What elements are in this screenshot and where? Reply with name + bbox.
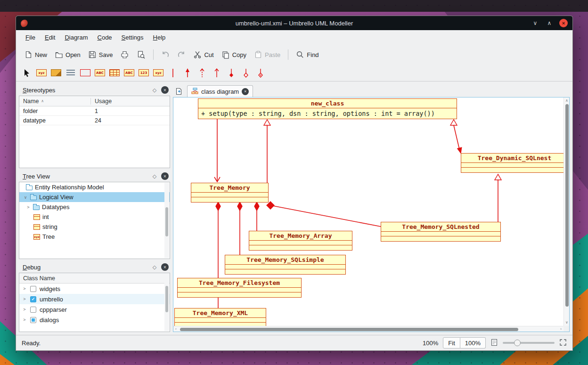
uml-class-tree-memory-sqlnested[interactable]: Tree_Memory_SQLnested — [381, 222, 501, 242]
fit-page-icon[interactable] — [490, 339, 498, 348]
enum-tool[interactable]: 123 — [139, 67, 149, 79]
debug-header: Class Name — [19, 273, 170, 284]
tree-item-datatypes[interactable]: > Datatypes — [19, 202, 170, 212]
entity-tool[interactable]: xyz — [153, 67, 163, 79]
zoom-slider-knob[interactable] — [514, 340, 521, 346]
checkbox-checked[interactable]: ✓ — [30, 296, 36, 302]
text-tool[interactable]: ABC — [95, 67, 105, 79]
dock-close-button[interactable]: × — [161, 172, 169, 180]
tab-class-diagram[interactable]: class diagram × — [187, 85, 253, 97]
scrollbar-thumb[interactable] — [165, 207, 168, 236]
uml-class-tree-memory-sqlsimple[interactable]: Tree_Memory_SQLsimple — [225, 255, 346, 275]
print-button[interactable] — [117, 48, 132, 61]
zoom-slider[interactable] — [503, 342, 555, 344]
aggregation-tool[interactable] — [241, 67, 251, 79]
tree-item-tree[interactable]: xyz Tree — [19, 232, 170, 242]
cut-button[interactable]: Cut — [190, 48, 217, 61]
dependency-tool[interactable] — [197, 67, 207, 79]
fullscreen-icon[interactable] — [559, 339, 567, 348]
collapse-icon[interactable]: ∨ — [23, 195, 28, 200]
checkbox-unchecked[interactable] — [30, 286, 36, 292]
shade-button[interactable]: ∨ — [531, 19, 539, 27]
expand-icon[interactable]: > — [22, 317, 27, 322]
uml-class-tree-memory-xml[interactable]: Tree_Memory_XML — [174, 308, 266, 326]
debug-item-cppparser[interactable]: > cppparser — [19, 304, 170, 315]
tree-item-logical-view[interactable]: ∨ Logical View — [19, 192, 170, 202]
expand-icon[interactable]: > — [22, 297, 27, 301]
menu-diagram[interactable]: Diagram — [60, 32, 92, 43]
scroll-up-icon[interactable]: ∧ — [565, 99, 568, 103]
tree-item-entity-relationship-model[interactable]: Entity Relationship Model — [19, 182, 170, 192]
new-tab-button[interactable] — [173, 86, 184, 97]
debug-scrollbar[interactable] — [164, 274, 169, 331]
note-tool[interactable] — [65, 67, 76, 79]
uml-class-tree-memory-array[interactable]: Tree_Memory_Array — [249, 231, 352, 251]
copy-icon — [221, 50, 230, 59]
menu-settings[interactable]: Settings — [117, 32, 148, 43]
copy-button[interactable]: Copy — [218, 48, 250, 61]
dock-float-button[interactable]: ◇ — [151, 263, 158, 271]
scroll-right-icon[interactable]: › — [560, 327, 562, 331]
canvas-horizontal-scrollbar[interactable]: ‹ › — [173, 326, 564, 332]
scrollbar-thumb[interactable] — [565, 104, 569, 307]
tab-close-icon[interactable]: × — [242, 88, 249, 95]
debug-item-umbrello[interactable]: > ✓ umbrello — [19, 294, 170, 304]
association-tool[interactable] — [182, 67, 193, 79]
debug-item-dialogs[interactable]: > dialogs — [19, 315, 170, 325]
uml-class-tree-memory-filesystem[interactable]: Tree_Memory_Filesystem — [177, 278, 302, 298]
tree-item-int[interactable]: int — [19, 212, 170, 222]
canvas-vertical-scrollbar[interactable]: ∧ ∨ — [564, 97, 569, 326]
print-preview-button[interactable] — [133, 48, 149, 61]
redo-button[interactable] — [174, 48, 189, 61]
checkbox-partial[interactable] — [30, 317, 36, 323]
find-button[interactable]: Find — [293, 48, 322, 61]
scroll-left-icon[interactable]: ‹ — [175, 327, 177, 331]
save-button[interactable]: Save — [85, 48, 116, 61]
maximize-button[interactable]: ∧ — [545, 19, 554, 27]
uml-class-tree-memory[interactable]: Tree_Memory — [191, 183, 269, 203]
save-icon — [88, 50, 97, 59]
dock-float-button[interactable]: ◇ — [151, 86, 158, 94]
uml-class-tree-dynamic-sqlnested[interactable]: Tree_Dynamic_SQLnest — [461, 153, 564, 173]
composition-tool[interactable] — [226, 67, 237, 79]
open-button[interactable]: Open — [51, 48, 84, 61]
uml-class-new_class[interactable]: new_class + setup(type : string, dsn : s… — [198, 98, 457, 119]
tree-item-string[interactable]: string — [19, 222, 170, 232]
zoom-100-button[interactable]: 100% — [460, 337, 486, 349]
tree-scrollbar[interactable] — [164, 183, 169, 258]
dock-close-button[interactable]: × — [161, 263, 169, 271]
expand-icon[interactable]: > — [22, 307, 27, 312]
menu-code[interactable]: Code — [93, 32, 117, 43]
undo-button[interactable] — [158, 48, 173, 61]
menu-help[interactable]: Help — [148, 32, 171, 43]
table-row[interactable]: folder 1 — [19, 106, 170, 116]
scroll-down-icon[interactable]: ∨ — [565, 321, 568, 324]
new-button[interactable]: New — [21, 48, 50, 61]
zoom-fit-button[interactable]: Fit — [443, 337, 460, 349]
class-tool[interactable] — [109, 67, 120, 79]
package-tool[interactable] — [51, 67, 61, 79]
table-header-row[interactable]: Name∧ Usage — [19, 96, 170, 106]
checkbox-unchecked[interactable] — [30, 307, 36, 313]
dock-close-button[interactable]: × — [161, 86, 169, 94]
debug-item-widgets[interactable]: > widgets — [19, 284, 170, 294]
datatype-tool[interactable]: ABC — [124, 67, 134, 79]
select-tool[interactable] — [22, 67, 32, 79]
scrollbar-thumb[interactable] — [180, 328, 518, 331]
diagram-canvas[interactable]: new_class + setup(type : string, dsn : s… — [173, 97, 564, 326]
object-tool[interactable]: xyz — [36, 67, 47, 79]
line-tool[interactable] — [168, 67, 178, 79]
paste-button[interactable]: Paste — [251, 48, 284, 61]
close-button[interactable]: × — [559, 19, 568, 27]
menu-file[interactable]: File — [21, 32, 40, 43]
menu-edit[interactable]: Edit — [40, 32, 60, 43]
table-row[interactable]: datatype 24 — [19, 116, 170, 125]
expand-icon[interactable]: > — [22, 286, 27, 291]
expand-icon[interactable]: > — [26, 205, 31, 210]
containment-tool[interactable] — [255, 67, 266, 79]
dock-float-button[interactable]: ◇ — [151, 172, 158, 180]
scrollbar-thumb[interactable] — [165, 286, 168, 312]
titlebar[interactable]: umbrello-uml.xmi – Umbrello UML Modeller… — [16, 16, 572, 30]
generalization-tool[interactable] — [212, 67, 222, 79]
box-tool[interactable] — [80, 67, 90, 79]
